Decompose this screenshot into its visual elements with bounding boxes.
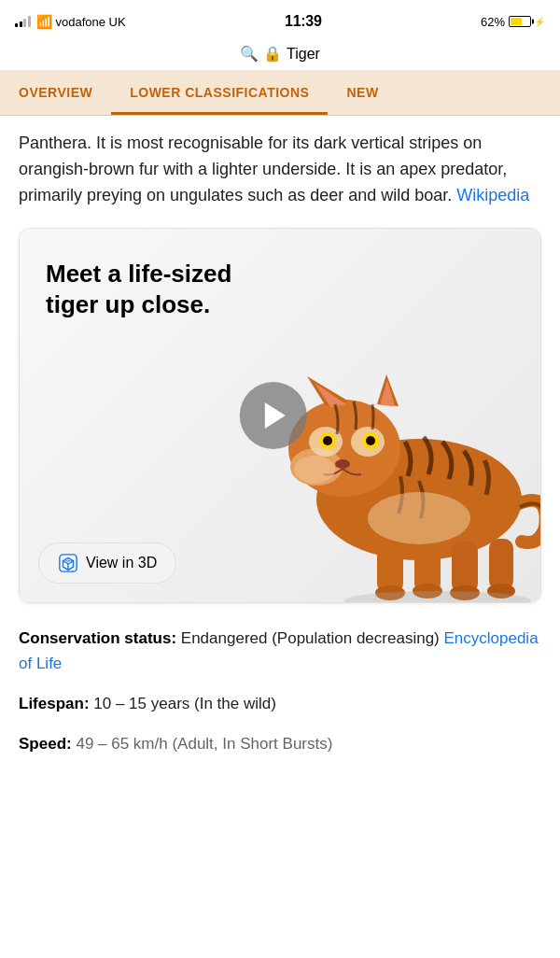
speed-label: Speed: (19, 735, 72, 753)
carrier-name: vodafone UK (56, 15, 126, 29)
search-icon: 🔍 (240, 45, 259, 63)
tab-lower-classifications[interactable]: LOWER CLASSIFICATIONS (111, 70, 328, 115)
main-content: Panthera. It is most recognisable for it… (0, 116, 560, 788)
lifespan-label: Lifespan: (19, 695, 90, 712)
svg-rect-17 (452, 542, 478, 593)
svg-rect-18 (489, 539, 513, 590)
conservation-value: Endangered (Population decreasing) (181, 629, 440, 647)
conservation-label: Conservation status: (19, 629, 176, 647)
battery-percent: 62% (481, 15, 505, 29)
view-3d-label: View in 3D (86, 555, 157, 571)
speed-line: Speed: 49 – 65 km/h (Adult, In Short Bur… (19, 731, 541, 756)
address-bar[interactable]: 🔍 🔒 Tiger (0, 41, 560, 70)
status-left: 📶 vodafone UK (15, 14, 126, 29)
card-heading: Meet a life-sized tiger up close. (46, 259, 231, 322)
battery-icon: ⚡ (509, 16, 545, 27)
address-bar-content: 🔍 🔒 Tiger (240, 45, 320, 63)
signal-icon (15, 16, 31, 27)
tab-overview[interactable]: OVERVIEW (0, 70, 111, 115)
tiger-image (232, 303, 541, 602)
svg-point-23 (368, 492, 470, 544)
view-in-3d-button[interactable]: View in 3D (38, 542, 176, 584)
charging-icon: ⚡ (534, 17, 545, 27)
lock-icon: 🔒 (263, 45, 282, 63)
lifespan-line: Lifespan: 10 – 15 years (In the wild) (19, 691, 541, 716)
svg-point-14 (294, 456, 335, 484)
svg-point-10 (323, 436, 332, 445)
play-icon (265, 402, 286, 429)
page-title: Tiger (287, 46, 320, 63)
nav-tabs: OVERVIEW LOWER CLASSIFICATIONS NEW (0, 70, 560, 116)
description-body: Panthera. It is most recognisable for it… (19, 134, 507, 204)
description-text: Panthera. It is most recognisable for it… (19, 131, 541, 209)
status-right: 62% ⚡ (481, 15, 545, 29)
3d-icon (58, 553, 78, 573)
svg-point-13 (335, 459, 350, 469)
play-button[interactable] (240, 382, 307, 449)
tab-new[interactable]: NEW (328, 70, 397, 115)
conservation-status-line: Conservation status: Endangered (Populat… (19, 626, 541, 676)
svg-rect-15 (377, 542, 403, 593)
status-bar: 📶 vodafone UK 11:39 62% ⚡ (0, 0, 560, 41)
svg-point-12 (366, 436, 375, 445)
info-section: Conservation status: Endangered (Populat… (19, 626, 541, 757)
status-time: 11:39 (285, 13, 321, 30)
speed-value: 49 – 65 km/h (Adult, In Short Bursts) (76, 735, 332, 753)
wikipedia-link[interactable]: Wikipedia (456, 186, 529, 204)
wifi-icon: 📶 (36, 14, 52, 29)
tiger-card: Meet a life-sized tiger up close. (19, 228, 541, 603)
lifespan-value: 10 – 15 years (In the wild) (93, 695, 276, 712)
tiger-card-inner: Meet a life-sized tiger up close. (20, 229, 540, 602)
